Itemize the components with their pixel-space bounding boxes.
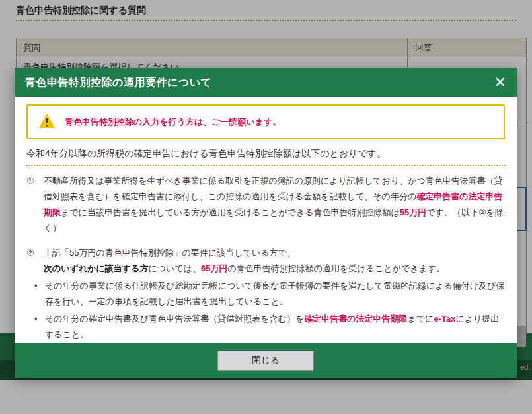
item-text: 上記「55万円の青色申告特別控除」の要件に該当している方で、 次のいずれかに該当… (44, 245, 505, 277)
intro-text: 令和4年分以降の所得税の確定申告における青色申告特別控除額は以下のとおりです。 (26, 148, 505, 160)
intro-divider (26, 165, 505, 166)
dialog-header: 青色申告特別控除の適用要件について ✕ (15, 68, 517, 97)
item-number: ② (26, 245, 44, 277)
requirement-item-1: ① 不動産所得又は事業所得を生ずべき事業に係る取引を正規の簿記の原則により記帳し… (26, 173, 505, 236)
warning-icon (38, 113, 56, 131)
close-button[interactable]: 閉じる (217, 351, 314, 371)
bullet-text: その年分の事業に係る仕訳帳及び総勘定元帳について優良な電子帳簿の要件を満たして電… (45, 278, 505, 310)
blue-return-deduction-dialog: 青色申告特別控除の適用要件について ✕ 青色申告特別控除の入力を行う方は、ご一読… (15, 68, 517, 378)
item-number: ① (26, 173, 44, 236)
dialog-footer: 閉じる (15, 343, 517, 378)
bullet-icon: • (34, 278, 45, 310)
item-text: 不動産所得又は事業所得を生ずべき事業に係る取引を正規の簿記の原則により記帳してお… (44, 173, 505, 236)
bullet-text: その年分の確定申告書及び青色申告決算書（貸借対照表を含む）を確定申告書の法定申告… (45, 311, 505, 343)
condition-bullet-1: • その年分の事業に係る仕訳帳及び総勘定元帳について優良な電子帳簿の要件を満たし… (26, 278, 505, 310)
close-icon[interactable]: ✕ (494, 75, 506, 90)
dialog-title: 青色申告特別控除の適用要件について (25, 76, 211, 90)
warning-text: 青色申告特別控除の入力を行う方は、ご一読願います。 (65, 116, 281, 128)
dialog-body: 青色申告特別控除の入力を行う方は、ご一読願います。 令和4年分以降の所得税の確定… (15, 97, 517, 343)
warning-banner: 青色申告特別控除の入力を行う方は、ご一読願います。 (26, 104, 505, 139)
bullet-icon: • (34, 311, 45, 343)
requirement-item-2: ② 上記「55万円の青色申告特別控除」の要件に該当している方で、 次のいずれかに… (26, 245, 505, 277)
condition-bullet-2: • その年分の確定申告書及び青色申告決算書（貸借対照表を含む）を確定申告書の法定… (26, 311, 505, 343)
